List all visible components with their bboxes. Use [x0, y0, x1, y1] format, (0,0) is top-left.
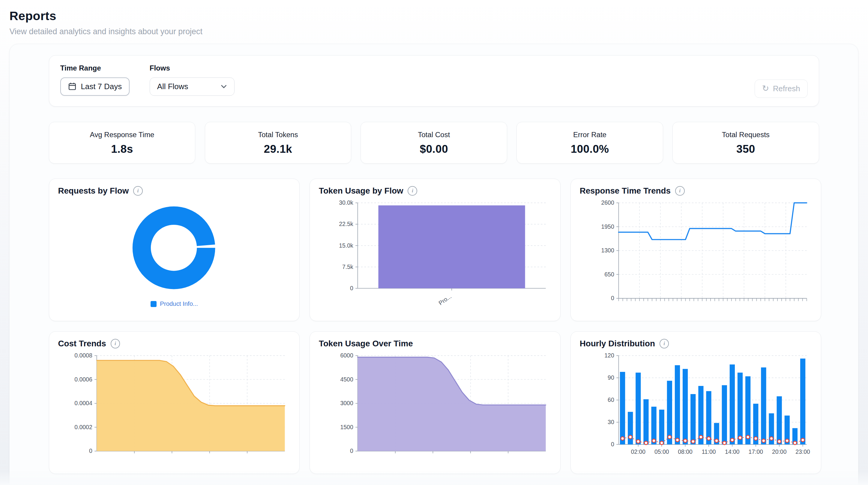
flows-select[interactable]: All Flows	[150, 78, 235, 96]
info-icon[interactable]: i	[408, 186, 417, 196]
chart-header: Response Time Trends i	[580, 186, 812, 196]
stat-card-total-cost: Total Cost $0.00	[361, 122, 507, 164]
svg-text:1300: 1300	[601, 247, 614, 254]
svg-text:7.5k: 7.5k	[342, 263, 353, 270]
flows-group: Flows All Flows	[150, 64, 235, 98]
svg-text:90: 90	[608, 374, 614, 381]
page-title: Reports	[9, 9, 868, 23]
svg-text:20:00: 20:00	[772, 448, 787, 455]
stat-value: 350	[675, 143, 817, 155]
refresh-label: Refresh	[773, 84, 800, 93]
svg-text:0: 0	[350, 285, 353, 291]
svg-text:0: 0	[611, 295, 614, 302]
stat-value: $0.00	[363, 143, 505, 155]
refresh-button[interactable]: ↻ Refresh	[755, 80, 808, 98]
refresh-icon: ↻	[762, 84, 769, 93]
content-inner: Time Range Last 7 Days Flows	[49, 44, 819, 485]
svg-text:60: 60	[608, 396, 614, 403]
stats-row: Avg Response Time 1.8s Total Tokens 29.1…	[49, 122, 819, 164]
page: Reports View detailed analytics and insi…	[0, 0, 868, 485]
chart-card-response-time-trends: Response Time Trends i 0650130019502600	[570, 178, 821, 321]
flows-label: Flows	[150, 64, 235, 72]
charts-grid: Requests by Flow i Product Info... Token…	[49, 178, 819, 485]
stat-card-total-requests: Total Requests 350	[673, 122, 819, 164]
stat-card-error-rate: Error Rate 100.0%	[517, 122, 663, 164]
svg-text:2600: 2600	[601, 199, 614, 206]
time-range-group: Time Range Last 7 Days	[60, 64, 130, 98]
cost-trends-chart: 00.00020.00040.00060.0008	[58, 351, 290, 462]
svg-text:6000: 6000	[340, 352, 353, 359]
time-range-label: Time Range	[60, 64, 130, 72]
chart-header: Token Usage Over Time	[319, 339, 551, 348]
chart-card-token-usage-over-time: Token Usage Over Time 01500300045006000	[310, 331, 560, 474]
svg-text:0.0008: 0.0008	[75, 352, 92, 359]
svg-text:0.0006: 0.0006	[75, 376, 92, 383]
page-subtitle: View detailed analytics and insights abo…	[9, 27, 868, 36]
svg-text:0: 0	[350, 448, 353, 454]
chart-title: Token Usage by Flow	[319, 186, 403, 196]
chart-title: Cost Trends	[58, 339, 106, 348]
svg-text:4500: 4500	[340, 376, 353, 383]
calendar-icon	[68, 82, 76, 91]
svg-text:08:00: 08:00	[678, 448, 692, 455]
filter-bar: Time Range Last 7 Days Flows	[49, 55, 819, 106]
page-header: Reports View detailed analytics and insi…	[0, 0, 868, 36]
token-usage-over-time-chart: 01500300045006000	[319, 351, 551, 462]
svg-text:Pro...: Pro...	[437, 293, 453, 307]
flows-value: All Flows	[157, 82, 188, 91]
chart-title: Response Time Trends	[580, 186, 671, 196]
time-range-button[interactable]: Last 7 Days	[60, 78, 130, 96]
stat-label: Total Tokens	[207, 131, 349, 139]
info-icon[interactable]: i	[659, 339, 669, 348]
svg-text:05:00: 05:00	[654, 448, 669, 455]
info-icon[interactable]: i	[111, 339, 120, 348]
chart-card-requests-by-flow: Requests by Flow i Product Info...	[49, 178, 300, 321]
stat-card-total-tokens: Total Tokens 29.1k	[205, 122, 351, 164]
chevron-down-icon	[221, 85, 227, 89]
stat-card-avg-response-time: Avg Response Time 1.8s	[49, 122, 195, 164]
svg-text:0.0004: 0.0004	[75, 400, 93, 406]
chart-header: Token Usage by Flow i	[319, 186, 551, 196]
chart-card-cost-trends: Cost Trends i 00.00020.00040.00060.0008	[49, 331, 300, 474]
legend-label: Product Info...	[160, 301, 198, 307]
svg-text:0: 0	[611, 441, 614, 448]
stat-label: Error Rate	[519, 131, 661, 139]
svg-text:30: 30	[608, 419, 614, 425]
chart-header: Cost Trends i	[58, 339, 290, 348]
chart-card-token-usage-by-flow: Token Usage by Flow i 07.5k15.0k22.5k30.…	[310, 178, 560, 321]
chart-title: Token Usage Over Time	[319, 339, 413, 348]
chart-card-hourly-distribution: Hourly Distribution i 030609012002:0005:…	[570, 331, 821, 474]
svg-text:15.0k: 15.0k	[339, 242, 353, 249]
chart-title: Hourly Distribution	[580, 339, 655, 348]
svg-text:0.0002: 0.0002	[75, 424, 92, 430]
stat-value: 1.8s	[51, 143, 193, 155]
content-panel: Time Range Last 7 Days Flows	[9, 44, 859, 485]
svg-text:11:00: 11:00	[702, 448, 716, 455]
svg-text:22.5k: 22.5k	[339, 221, 353, 228]
stat-value: 100.0%	[519, 143, 661, 155]
stat-label: Avg Response Time	[51, 131, 193, 139]
stat-label: Total Cost	[363, 131, 505, 139]
stat-label: Total Requests	[675, 131, 817, 139]
chart-title: Requests by Flow	[58, 186, 129, 196]
svg-text:17:00: 17:00	[748, 448, 763, 455]
svg-text:1500: 1500	[340, 424, 353, 430]
time-range-value: Last 7 Days	[81, 82, 122, 91]
svg-text:14:00: 14:00	[725, 448, 740, 455]
svg-text:23:00: 23:00	[796, 448, 810, 455]
svg-text:0: 0	[89, 448, 92, 454]
svg-text:650: 650	[604, 271, 614, 278]
hourly-distribution-chart: 030609012002:0005:0008:0011:0014:0017:00…	[580, 351, 812, 462]
requests-by-flow-chart	[58, 198, 290, 301]
response-time-trends-chart: 0650130019502600	[580, 198, 812, 309]
chart-header: Hourly Distribution i	[580, 339, 812, 348]
legend-swatch	[151, 301, 157, 307]
svg-text:1950: 1950	[601, 223, 614, 230]
info-icon[interactable]: i	[675, 186, 685, 196]
info-icon[interactable]: i	[133, 186, 143, 196]
svg-text:02:00: 02:00	[631, 448, 646, 455]
svg-text:120: 120	[604, 352, 614, 359]
chart-legend-item[interactable]: Product Info...	[58, 301, 290, 307]
svg-text:3000: 3000	[340, 400, 353, 406]
token-usage-by-flow-chart: 07.5k15.0k22.5k30.0kPro...	[319, 198, 551, 309]
